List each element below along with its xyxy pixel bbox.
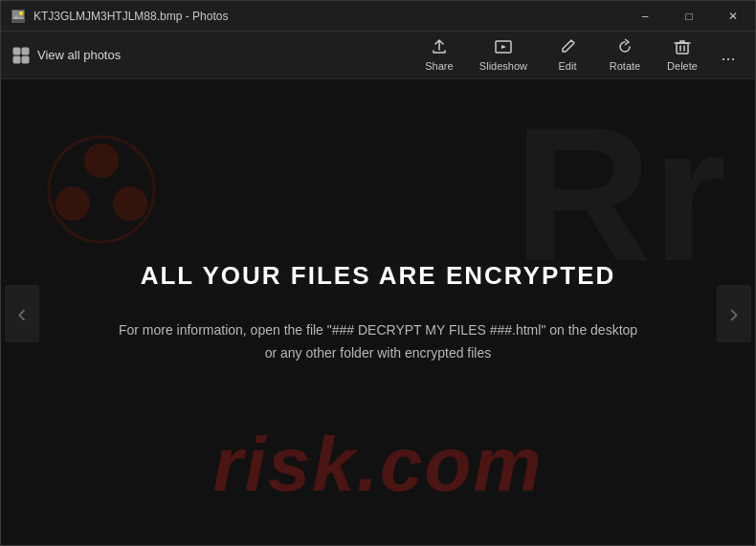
slideshow-label: Slideshow — [479, 60, 527, 72]
rotate-button[interactable]: Rotate — [598, 34, 652, 76]
slideshow-icon — [495, 38, 512, 58]
rotate-icon — [616, 38, 634, 58]
biohazard-decoration — [39, 127, 164, 255]
share-button[interactable]: Share — [412, 34, 466, 76]
next-image-button[interactable]: › — [717, 285, 751, 342]
svg-rect-7 — [22, 56, 29, 63]
svg-rect-5 — [22, 48, 29, 55]
main-heading: ALL YOUR FILES ARE ENCRYPTED — [119, 261, 637, 291]
prev-image-button[interactable]: ‹ — [5, 285, 39, 342]
view-all-photos-label: View all photos — [37, 48, 121, 62]
prev-arrow-icon: ‹ — [17, 298, 26, 329]
edit-icon — [559, 38, 576, 58]
toolbar: View all photos Share Slideshow — [1, 32, 755, 79]
title-bar-info: KTJ3GLMJM3HTJLM88.bmp - Photos — [11, 9, 228, 24]
title-bar: KTJ3GLMJM3HTJLM88.bmp - Photos – □ ✕ — [1, 1, 755, 32]
svg-marker-9 — [501, 45, 506, 49]
sub-text-line2: or any other folder with encrypted files — [265, 345, 492, 360]
edit-label: Edit — [559, 60, 577, 72]
svg-point-14 — [113, 186, 147, 221]
slideshow-button[interactable]: Slideshow — [470, 34, 537, 76]
edit-button[interactable]: Edit — [541, 34, 594, 76]
window-controls[interactable]: – □ ✕ — [623, 1, 755, 32]
delete-label: Delete — [667, 60, 698, 72]
ransom-message: ALL YOUR FILES ARE ENCRYPTED For more in… — [80, 261, 676, 365]
delete-icon — [674, 38, 691, 58]
maximize-button[interactable]: □ — [667, 1, 711, 32]
photos-icon — [12, 47, 30, 64]
image-viewer: Rr ‹ ALL YOUR FILES ARE ENCRYPTED For mo… — [1, 79, 755, 546]
share-label: Share — [425, 60, 453, 72]
view-all-photos-button[interactable]: View all photos — [12, 47, 121, 64]
minimize-button[interactable]: – — [623, 1, 667, 32]
svg-rect-6 — [13, 56, 20, 63]
next-arrow-icon: › — [729, 298, 738, 329]
sub-text: For more information, open the file "###… — [119, 319, 637, 365]
svg-point-13 — [56, 186, 90, 221]
delete-button[interactable]: Delete — [656, 34, 709, 76]
rotate-label: Rotate — [610, 60, 640, 72]
svg-rect-10 — [677, 43, 688, 54]
window-title: KTJ3GLMJM3HTJLM88.bmp - Photos — [33, 10, 228, 23]
svg-rect-4 — [13, 48, 20, 55]
sub-text-line1: For more information, open the file "###… — [119, 322, 637, 338]
more-options-button[interactable]: ... — [713, 40, 744, 71]
toolbar-actions: Share Slideshow Edit — [412, 34, 744, 76]
svg-point-15 — [90, 178, 113, 201]
svg-point-12 — [84, 143, 119, 178]
watermark-text: risk.com — [212, 421, 543, 509]
more-icon: ... — [721, 45, 735, 65]
share-icon — [431, 38, 448, 58]
app-icon — [11, 9, 26, 24]
svg-point-3 — [19, 11, 23, 15]
close-button[interactable]: ✕ — [711, 1, 755, 32]
